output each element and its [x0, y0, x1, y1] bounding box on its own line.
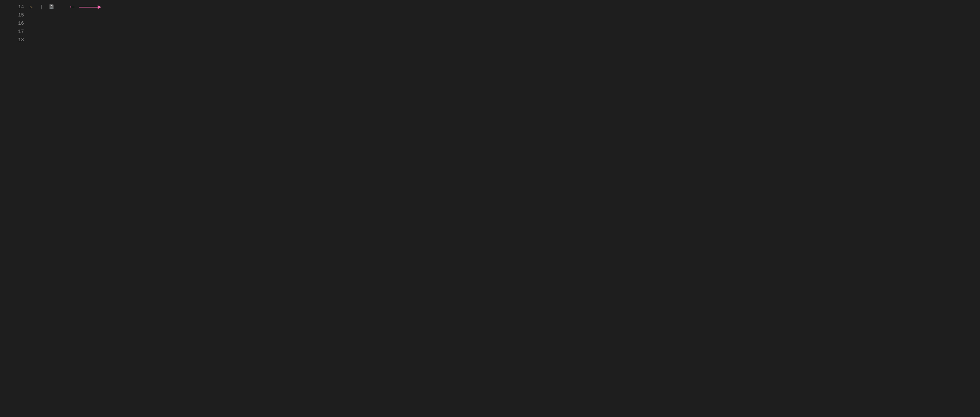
code-lines: ▷ | 📓 ←: [30, 0, 980, 19]
svg-marker-1: [98, 5, 101, 9]
separator: |: [37, 3, 46, 11]
arrow1-annotation: ←: [70, 3, 75, 11]
arrow1-svg: [79, 3, 101, 11]
play-icon: ▷: [30, 3, 33, 11]
line-16: 16: [0, 19, 30, 28]
line-15: 15: [0, 11, 30, 19]
code-line-15: [30, 11, 980, 19]
line-18: 18: [0, 36, 30, 44]
line-numbers: 14 15 16 17 18: [0, 0, 30, 44]
open-notebook-button[interactable]: 📓: [49, 3, 56, 11]
run-block-button[interactable]: ▷: [30, 3, 34, 11]
line-14: 14: [0, 3, 30, 11]
line-17: 17: [0, 28, 30, 36]
run-block-bar: ▷ | 📓 ←: [30, 3, 980, 11]
notebook-icon: 📓: [49, 3, 54, 11]
top-editor: 14 15 16 17 18 ▷ | 📓 ←: [0, 0, 980, 97]
